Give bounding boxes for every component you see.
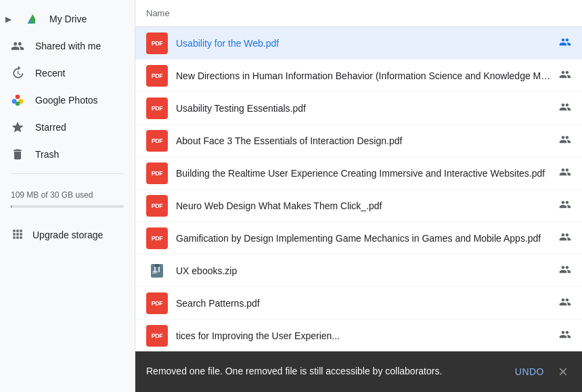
pdf-icon: PDF — [146, 292, 168, 314]
svg-point-0 — [16, 95, 20, 100]
upgrade-icon — [11, 227, 24, 243]
file-name: Usability Testing Essentials.pdf — [176, 103, 551, 114]
photos-icon — [11, 93, 24, 107]
sidebar-item-trash[interactable]: Trash — [0, 141, 127, 168]
pdf-icon: PDF — [146, 195, 168, 217]
shared-icon — [559, 231, 571, 246]
table-row[interactable]: PDF Search Patterns.pdf — [135, 287, 582, 320]
sidebar-item-recent[interactable]: Recent — [0, 60, 127, 87]
file-name: Building the Realtime User Experience Cr… — [176, 168, 551, 179]
pdf-icon: PDF — [146, 32, 168, 54]
svg-rect-5 — [155, 264, 159, 267]
trash-icon — [11, 148, 24, 161]
table-row[interactable]: ZIP UX ebooks.zip — [135, 255, 582, 287]
people-icon — [11, 39, 24, 53]
pdf-icon: PDF — [146, 325, 168, 347]
upgrade-storage-label: Upgrade storage — [32, 230, 103, 240]
table-row[interactable]: PDF Building the Realtime User Experienc… — [135, 157, 582, 190]
name-column-header: Name — [146, 8, 170, 18]
file-list-header: Name — [135, 0, 582, 27]
star-icon — [11, 121, 24, 134]
shared-icon — [559, 68, 571, 83]
table-row[interactable]: PDF About Face 3 The Essentials of Inter… — [135, 125, 582, 157]
main-content: Name PDF Usability for the Web.pdf PDF N… — [135, 0, 582, 392]
file-name: Usability for the Web.pdf — [176, 38, 551, 49]
sidebar-item-starred[interactable]: Starred — [0, 114, 127, 141]
sidebar-item-my-drive[interactable]: ▸ My Drive — [0, 5, 127, 32]
sidebar-item-label: Recent — [35, 68, 65, 79]
sidebar-item-google-photos[interactable]: Google Photos — [0, 87, 127, 114]
pdf-icon: PDF — [146, 130, 168, 152]
shared-icon — [559, 166, 571, 181]
pdf-icon: PDF — [146, 97, 168, 119]
storage-bar — [11, 205, 124, 208]
sidebar-item-label: Shared with me — [35, 41, 101, 51]
file-name: Search Patterns.pdf — [176, 298, 551, 309]
sidebar-item-label: Trash — [35, 149, 59, 160]
file-name: tices for Improving the User Experien... — [176, 330, 551, 341]
close-snackbar-button[interactable] — [555, 364, 571, 380]
file-name: About Face 3 The Essentials of Interacti… — [176, 135, 551, 146]
table-row[interactable]: PDF Usability Testing Essentials.pdf — [135, 92, 582, 125]
shared-icon — [559, 133, 571, 148]
shared-icon — [559, 198, 571, 213]
pdf-icon: PDF — [146, 65, 168, 87]
storage-text: 109 MB of 30 GB used — [11, 190, 124, 200]
file-name: Gamification by Design Implementing Game… — [176, 233, 551, 244]
svg-point-3 — [12, 99, 17, 104]
table-row[interactable]: PDF Gamification by Design Implementing … — [135, 222, 582, 255]
upgrade-storage-button[interactable]: Upgrade storage — [0, 221, 127, 248]
pdf-icon: PDF — [146, 162, 168, 184]
snackbar: Removed one file. One removed file is st… — [135, 351, 582, 392]
snackbar-message: Removed one file. One removed file is st… — [146, 365, 510, 378]
file-name: Neuro Web Design What Makes Them Click_.… — [176, 200, 551, 211]
chevron-right-icon: ▸ — [5, 12, 12, 26]
shared-icon — [559, 263, 571, 278]
sidebar: ▸ My Drive Shared with me Recent Google … — [0, 0, 135, 392]
shared-icon — [559, 101, 571, 116]
file-list: PDF Usability for the Web.pdf PDF New Di… — [135, 27, 582, 392]
storage-section: 109 MB of 30 GB used — [0, 179, 135, 221]
table-row[interactable]: PDF New Directions in Human Information … — [135, 60, 582, 92]
shared-icon — [559, 296, 571, 311]
snackbar-actions: UNDO — [510, 361, 571, 383]
zip-icon: ZIP — [146, 260, 168, 282]
sidebar-item-shared-with-me[interactable]: Shared with me — [0, 32, 127, 60]
file-name: UX ebooks.zip — [176, 265, 551, 276]
table-row[interactable]: PDF tices for Improving the User Experie… — [135, 320, 582, 352]
drive-icon — [25, 12, 39, 26]
shared-icon — [559, 36, 571, 51]
sidebar-item-label: Google Photos — [35, 95, 98, 106]
sidebar-item-label: Starred — [35, 122, 66, 133]
pdf-icon: PDF — [146, 227, 168, 249]
undo-button[interactable]: UNDO — [510, 361, 550, 383]
storage-bar-fill — [11, 205, 12, 208]
sidebar-item-label: My Drive — [49, 14, 87, 24]
divider — [11, 173, 124, 174]
file-name: New Directions in Human Information Beha… — [176, 70, 551, 81]
clock-icon — [11, 66, 24, 80]
shared-icon — [559, 328, 571, 343]
table-row[interactable]: PDF Usability for the Web.pdf — [135, 27, 582, 60]
table-row[interactable]: PDF Neuro Web Design What Makes Them Cli… — [135, 190, 582, 222]
